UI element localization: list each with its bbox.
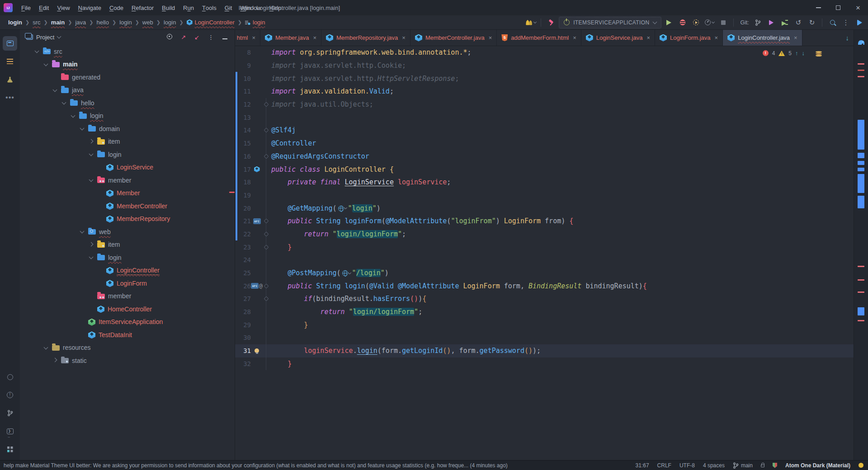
code-line-27[interactable]: 27 if(bindingResult.hasErrors()){ (235, 292, 854, 306)
tree-item-static[interactable]: static (20, 354, 235, 367)
tree-item-memberrepository[interactable]: MemberRepository (20, 213, 235, 226)
chevron-down-icon[interactable] (34, 49, 39, 53)
code-line-12[interactable]: 12import java.util.Objects; (235, 98, 854, 111)
tree-item-member[interactable]: member (20, 174, 235, 187)
fold-marker-icon[interactable] (264, 219, 269, 224)
chevron-down-icon[interactable] (52, 87, 57, 92)
tree-item-loginservice[interactable]: LoginService (20, 161, 235, 174)
code-line-30[interactable]: 30 (235, 331, 854, 344)
git-rollback-button[interactable]: ↻ (806, 17, 818, 28)
menu-edit[interactable]: Edit (35, 0, 53, 15)
intention-bulb-icon[interactable] (255, 348, 259, 353)
tree-item-item[interactable]: item (20, 239, 235, 252)
fold-marker-icon[interactable] (264, 296, 269, 301)
code-line-15[interactable]: 15@Controller (235, 137, 854, 150)
url-inlay-hint[interactable] (342, 270, 351, 276)
chevron-down-icon[interactable] (61, 100, 66, 105)
run-config-selector[interactable]: ITEMSERVICEAPPLICATION (559, 17, 661, 28)
search-everywhere-button[interactable] (826, 17, 838, 28)
tree-item-login[interactable]: login (20, 110, 235, 123)
git-pull-button[interactable] (765, 17, 777, 28)
tree-item-login[interactable]: login (20, 148, 235, 161)
stripe-mark[interactable] (858, 76, 864, 77)
terminal-tool-button[interactable]: ❯_ (3, 424, 17, 438)
tree-item-main[interactable]: main (20, 58, 235, 71)
theme-name[interactable]: Atom One Dark (Material) (785, 462, 850, 469)
code-line-29[interactable]: 29 } (235, 318, 854, 331)
stripe-mark[interactable] (858, 70, 864, 71)
navigate-down-icon[interactable]: ↓ (846, 34, 849, 42)
git-push-button[interactable] (779, 17, 791, 28)
code-line-14[interactable]: 14@Slf4j (235, 124, 854, 137)
run-button[interactable] (663, 17, 675, 28)
inspections-widget[interactable]: !4 5 ↑ ↓ (763, 50, 822, 56)
hide-panel-button[interactable] (220, 34, 230, 41)
close-button[interactable]: ✕ (848, 0, 868, 15)
tree-item-member[interactable]: Member (20, 187, 235, 200)
chevron-right-icon[interactable] (89, 242, 93, 246)
database-icon[interactable] (816, 51, 822, 53)
find-tool-button[interactable] (3, 370, 17, 384)
tree-item-java[interactable]: java (20, 84, 235, 97)
panel-options-button[interactable]: ⋮ (205, 34, 217, 41)
stripe-mark[interactable] (858, 168, 864, 171)
fold-marker-icon[interactable] (264, 244, 269, 249)
breadcrumb-item-login[interactable]: login (8, 19, 22, 26)
code-line-9[interactable]: 9import javax.servlet.http.Cookie; (235, 59, 854, 72)
prev-issue-button[interactable]: ↑ (795, 50, 798, 56)
chevron-down-icon[interactable] (43, 61, 48, 66)
code-line-19[interactable]: 19 (235, 189, 854, 202)
code-line-17[interactable]: 17public class LoginController { (235, 163, 854, 176)
tree-item-logincontroller[interactable]: LoginController (20, 264, 235, 277)
services-tool-button[interactable] (3, 442, 17, 456)
tab-member-java[interactable]: Member.java× (260, 30, 321, 46)
menu-git[interactable]: Git (221, 0, 236, 15)
breadcrumb-item-login[interactable]: login (119, 19, 132, 26)
stripe-mark[interactable] (858, 291, 864, 293)
chevron-down-icon[interactable] (89, 178, 93, 182)
stripe-mark[interactable] (858, 153, 864, 158)
tab-close-icon[interactable]: × (573, 34, 576, 41)
tree-item-src[interactable]: </>src (20, 45, 235, 58)
maximize-button[interactable] (828, 0, 848, 15)
tree-item-domain[interactable]: domain (20, 122, 235, 136)
tab-close-icon[interactable]: × (313, 34, 316, 41)
chevron-down-icon[interactable] (89, 152, 93, 156)
menu-build[interactable]: Build (158, 0, 179, 15)
code-line-22[interactable]: 22 return "login/loginForm"; (235, 228, 854, 241)
breadcrumb-item-src[interactable]: src (33, 19, 40, 26)
locate-file-button[interactable] (164, 34, 175, 41)
tab-close-icon[interactable]: × (646, 34, 650, 41)
code-line-10[interactable]: 10import javax.servlet.http.HttpServletR… (235, 72, 854, 85)
tab-loginform-java[interactable]: LoginForm.java× (655, 30, 723, 46)
breadcrumb-item-hello[interactable]: hello (96, 19, 108, 26)
chevron-down-icon[interactable] (43, 345, 48, 349)
caret-position[interactable]: 31:67 (636, 462, 649, 469)
more-tool-windows-button[interactable]: ••• (3, 90, 17, 105)
stripe-mark[interactable] (858, 161, 864, 165)
code-line-21[interactable]: 21API public String loginForm(@ModelAttr… (235, 215, 854, 228)
fold-marker-icon[interactable] (264, 102, 269, 107)
tree-item-homecontroller[interactable]: HomeController (20, 303, 235, 316)
debug-button[interactable] (677, 17, 689, 28)
tab-logincontroller-java[interactable]: LoginController.java× (723, 30, 802, 46)
encoding-indicator[interactable]: UTF-8 (679, 462, 695, 469)
problems-tool-button[interactable]: ! (3, 388, 17, 402)
build-button[interactable] (545, 17, 557, 28)
hide-toolbar-button[interactable] (854, 17, 865, 28)
tree-item-hello[interactable]: hello (20, 97, 235, 110)
stripe-mark[interactable] (858, 307, 864, 315)
fold-marker-icon[interactable] (264, 283, 269, 288)
next-issue-button[interactable]: ↓ (802, 50, 805, 56)
stripe-mark[interactable] (858, 120, 864, 150)
menu-file[interactable]: File (17, 0, 35, 15)
menu-tools[interactable]: Tools (198, 0, 221, 15)
chevron-down-icon[interactable] (71, 113, 75, 118)
code-editor[interactable]: 8import org.springframework.web.bind.ann… (235, 46, 854, 460)
tree-item-item[interactable]: item (20, 136, 235, 149)
inspections-toggle[interactable] (773, 463, 777, 468)
url-inlay-hint[interactable] (338, 206, 347, 212)
request-mapping-icon[interactable]: API (253, 218, 261, 224)
breadcrumb-item-main[interactable]: main (51, 19, 65, 26)
code-line-20[interactable]: 20 @GetMapping("login") (235, 202, 854, 215)
